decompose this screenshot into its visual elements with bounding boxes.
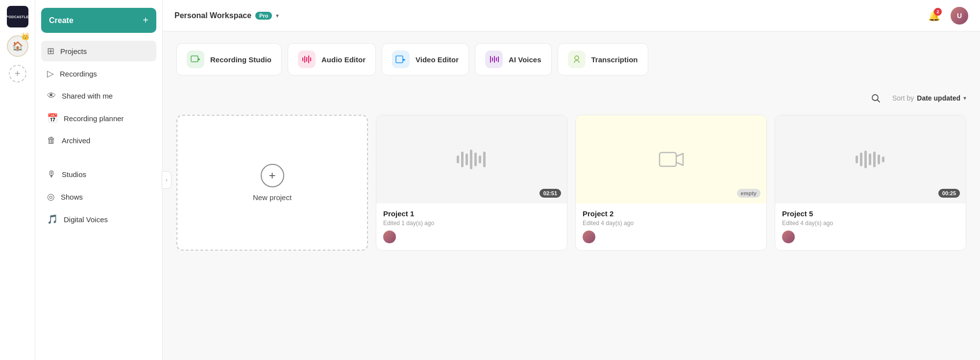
svg-rect-22 xyxy=(479,155,481,163)
notification-button[interactable]: 🔔 2 xyxy=(925,7,943,25)
projects-label: Projects xyxy=(60,47,87,55)
waveform-icon xyxy=(455,148,489,171)
svg-rect-13 xyxy=(498,56,499,62)
tool-recording-studio[interactable]: Recording Studio xyxy=(176,43,282,76)
sort-button[interactable]: Sort by Date updated ▾ xyxy=(892,94,966,102)
create-plus-icon: + xyxy=(143,15,148,26)
projects-header: Sort by Date updated ▾ xyxy=(176,89,966,107)
ai-voices-label: AI Voices xyxy=(509,55,541,64)
crown-icon: 👑 xyxy=(21,32,29,40)
planner-label: Recording planner xyxy=(64,114,124,123)
project-5-body: Project 5 Edited 4 day(s) ago xyxy=(775,204,966,250)
svg-rect-18 xyxy=(461,152,464,167)
svg-rect-26 xyxy=(860,153,862,166)
video-editor-icon xyxy=(392,51,410,68)
project-5-meta: Edited 4 day(s) ago xyxy=(782,220,959,227)
svg-rect-23 xyxy=(483,152,486,167)
project-2-title: Project 2 xyxy=(583,209,760,218)
project-1-body: Project 1 Edited 1 day(s) ago xyxy=(376,204,567,250)
sidebar-item-digital-voices[interactable]: 🎵 Digital Voices xyxy=(41,209,156,230)
sort-chevron-icon: ▾ xyxy=(963,95,966,102)
sidebar-item-projects[interactable]: ⊞ Projects xyxy=(41,41,156,61)
svg-rect-10 xyxy=(492,57,493,61)
sidebar: Create + ⊞ Projects ▷ Recordings 👁 Share… xyxy=(35,0,163,360)
project-5-thumbnail: 00:25 xyxy=(775,115,966,204)
new-project-card[interactable]: + New project xyxy=(176,115,368,251)
project-2-empty-badge: empty xyxy=(737,189,760,198)
new-project-label: New project xyxy=(253,193,292,202)
project-5-title: Project 5 xyxy=(782,209,959,218)
svg-rect-20 xyxy=(470,150,472,169)
recording-studio-icon xyxy=(187,51,204,68)
audio-editor-icon xyxy=(298,51,316,68)
project-2-thumbnail: empty xyxy=(576,115,766,204)
waveform-icon-5 xyxy=(854,148,888,171)
projects-grid: + New project 02:51 xyxy=(176,115,966,251)
svg-rect-5 xyxy=(308,55,309,63)
project-2-meta: Edited 4 day(s) ago xyxy=(583,220,760,227)
sort-value: Date updated xyxy=(917,94,960,102)
project-1-title: Project 1 xyxy=(383,209,560,218)
video-editor-label: Video Editor xyxy=(416,55,459,64)
svg-rect-3 xyxy=(304,56,305,63)
project-card-1[interactable]: 02:51 Project 1 Edited 1 day(s) ago xyxy=(376,115,567,251)
create-button[interactable]: Create + xyxy=(41,8,156,33)
svg-rect-11 xyxy=(494,56,495,63)
ai-voices-icon xyxy=(485,51,503,68)
pro-badge: Pro xyxy=(255,12,272,20)
sidebar-item-recordings[interactable]: ▷ Recordings xyxy=(41,63,156,84)
workspace-avatar[interactable]: 🏠 👑 xyxy=(7,35,28,57)
svg-rect-27 xyxy=(864,151,867,168)
collapse-sidebar-button[interactable]: ‹ xyxy=(162,171,172,189)
project-card-2[interactable]: empty Project 2 Edited 4 day(s) ago xyxy=(575,115,767,251)
svg-rect-24 xyxy=(660,153,676,166)
project-1-meta: Edited 1 day(s) ago xyxy=(383,220,560,227)
sidebar-item-shared[interactable]: 👁 Shared with me xyxy=(41,86,156,106)
svg-rect-25 xyxy=(856,155,858,163)
svg-rect-7 xyxy=(396,56,403,63)
svg-rect-28 xyxy=(869,154,871,165)
sidebar-item-shows[interactable]: ◎ Shows xyxy=(41,186,156,207)
sidebar-item-studios[interactable]: 🎙 Studios xyxy=(41,164,156,184)
project-2-body: Project 2 Edited 4 day(s) ago xyxy=(576,204,766,250)
svg-rect-2 xyxy=(302,57,303,61)
project-5-avatar xyxy=(782,231,795,243)
search-button[interactable] xyxy=(867,89,884,107)
tool-audio-editor[interactable]: Audio Editor xyxy=(288,43,376,76)
tools-bar: Recording Studio Audio Editor xyxy=(176,43,966,76)
tool-ai-voices[interactable]: AI Voices xyxy=(475,43,551,76)
sidebar-item-planner[interactable]: 📅 Recording planner xyxy=(41,108,156,129)
svg-rect-9 xyxy=(490,56,491,63)
digital-voices-icon: 🎵 xyxy=(47,214,58,225)
recordings-label: Recordings xyxy=(60,70,97,78)
add-workspace-button[interactable]: + xyxy=(9,65,26,82)
project-1-avatar xyxy=(383,231,396,243)
transcription-label: Transcription xyxy=(591,55,638,64)
tool-transcription[interactable]: Transcription xyxy=(558,43,648,76)
transcription-icon xyxy=(568,51,586,68)
svg-marker-8 xyxy=(403,58,406,61)
archived-icon: 🗑 xyxy=(47,135,56,146)
studios-icon: 🎙 xyxy=(47,169,56,180)
new-project-plus-icon: + xyxy=(261,164,284,187)
topbar-right: 🔔 2 U xyxy=(925,7,968,25)
svg-rect-6 xyxy=(310,57,311,61)
projects-icon: ⊞ xyxy=(47,46,54,56)
svg-rect-17 xyxy=(457,155,459,163)
avatar[interactable]: U xyxy=(951,7,968,25)
sidebar-item-archived[interactable]: 🗑 Archived xyxy=(41,130,156,151)
svg-rect-19 xyxy=(466,154,468,165)
create-label: Create xyxy=(49,16,74,25)
tool-video-editor[interactable]: Video Editor xyxy=(382,43,469,76)
project-1-duration: 02:51 xyxy=(539,189,561,198)
chevron-down-icon[interactable]: ▾ xyxy=(276,12,279,19)
project-card-5[interactable]: 00:25 Project 5 Edited 4 day(s) ago xyxy=(775,115,966,251)
shared-label: Shared with me xyxy=(62,92,113,100)
icon-bar: PODCASTLE 🏠 👑 + xyxy=(0,0,35,360)
archived-label: Archived xyxy=(62,136,90,145)
content-area: Recording Studio Audio Editor xyxy=(163,31,980,360)
svg-rect-4 xyxy=(306,57,307,62)
studios-label: Studios xyxy=(62,170,86,179)
recording-studio-label: Recording Studio xyxy=(210,55,271,64)
svg-rect-31 xyxy=(882,156,884,162)
